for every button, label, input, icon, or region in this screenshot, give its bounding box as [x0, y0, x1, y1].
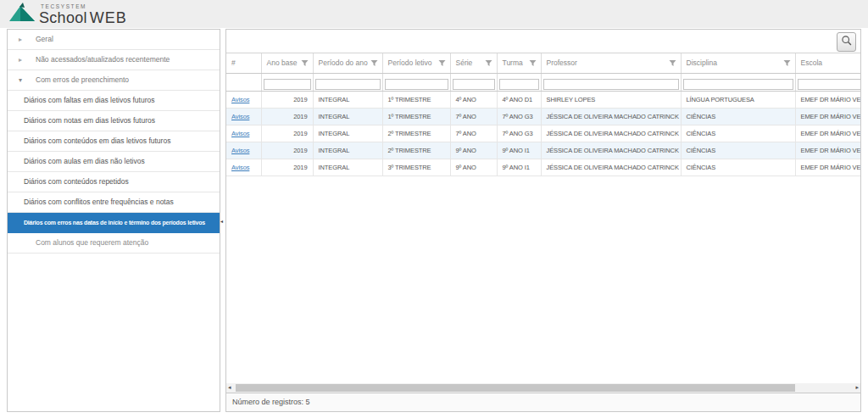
column-header-disciplina[interactable]: Disciplina — [681, 53, 795, 73]
app-logo: Tecsystem SchoolWEB — [8, 3, 127, 25]
column-header-ano-base[interactable]: Ano base — [261, 53, 313, 73]
scrollbar-thumb[interactable] — [236, 384, 795, 392]
column-header-label: Disciplina — [687, 59, 717, 67]
column-header-number[interactable]: # — [226, 53, 261, 73]
cell-serie: 7º ANO — [450, 108, 497, 125]
filter-funnel-icon[interactable] — [438, 59, 446, 69]
filter-funnel-icon[interactable] — [301, 59, 309, 69]
column-header-professor[interactable]: Professor — [541, 53, 681, 73]
cell-ano-base: 2019 — [261, 91, 313, 108]
column-header-periodo-letivo[interactable]: Período letivo — [382, 53, 450, 73]
cell-ano-base: 2019 — [261, 142, 313, 159]
sidebar-group-geral[interactable]: ▸ Geral — [8, 30, 220, 50]
column-header-periodo-do-ano[interactable]: Período do ano — [313, 53, 382, 73]
cell-turma: 7º ANO G3 — [497, 125, 541, 142]
column-header-turma[interactable]: Turma — [497, 53, 541, 73]
logo-product-web: WEB — [90, 9, 127, 26]
filter-funnel-icon[interactable] — [370, 59, 378, 69]
filter-input-turma[interactable] — [499, 79, 539, 90]
top-header-band: Tecsystem SchoolWEB — [0, 0, 868, 28]
column-header-label: Professor — [547, 59, 577, 67]
sidebar-item-conteudos-dias-futuros[interactable]: Diários com conteúdos em dias letivos fu… — [8, 131, 220, 152]
cell-periodo-do-ano: INTEGRAL — [313, 91, 382, 108]
cell-turma: 9º ANO I1 — [497, 159, 541, 176]
sidebar-group-label: Não acessados/atualizados recentemente — [36, 55, 170, 64]
avisos-link[interactable]: Avisos — [231, 147, 249, 154]
table-row: Avisos 2019 INTEGRAL 1º TRIMESTRE 4º ANO… — [226, 91, 860, 108]
records-count: Número de registros: 5 — [226, 393, 860, 411]
column-header-label: Ano base — [267, 59, 298, 67]
filter-funnel-icon[interactable] — [783, 59, 791, 69]
sidebar-group-label: Com erros de preenchimento — [36, 75, 129, 84]
cell-escola: EMEF DR MÁRIO VELLI — [795, 125, 860, 142]
filter-input-escola[interactable] — [798, 79, 861, 90]
sidebar-item-erros-datas-periodos-selected[interactable]: Diários com erros nas datas de início e … — [8, 213, 220, 233]
cell-turma: 9º ANO I1 — [497, 142, 541, 159]
filter-input-serie[interactable] — [453, 79, 495, 90]
scroll-left-icon[interactable]: ◂ — [228, 384, 231, 392]
filter-input-disciplina[interactable] — [683, 79, 793, 90]
filter-input-professor[interactable] — [543, 79, 679, 90]
cell-turma: 7º ANO G3 — [497, 108, 541, 125]
cell-periodo-do-ano: INTEGRAL — [313, 159, 382, 176]
main-panel: # Ano base Período do ano Período letivo… — [225, 29, 861, 412]
filter-input-periodo-letivo[interactable] — [385, 79, 448, 90]
column-header-serie[interactable]: Série — [450, 53, 497, 73]
sidebar-item-notas-dias-futuros[interactable]: Diários com notas em dias letivos futuro… — [8, 111, 220, 131]
cell-professor: JÉSSICA DE OLIVEIRA MACHADO CATRINCK — [541, 142, 681, 159]
grid-toolbar — [226, 30, 860, 53]
cell-disciplina: LÍNGUA PORTUGUESA — [681, 91, 795, 108]
table-row: Avisos 2019 INTEGRAL 2º TRIMESTRE 7º ANO… — [226, 125, 860, 142]
filter-funnel-icon[interactable] — [485, 59, 492, 69]
sidebar-nav: ▸ Geral ▸ Não acessados/atualizados rece… — [7, 29, 220, 412]
chevron-right-icon: ▸ — [19, 50, 22, 70]
splitter-collapse-icon[interactable]: ◂ — [220, 218, 223, 224]
cell-periodo-letivo: 1º TRIMESTRE — [382, 91, 450, 108]
sidebar-item-faltas-dias-futuros[interactable]: Diários com faltas em dias letivos futur… — [8, 91, 220, 111]
sidebar-item-label: Diários com conteúdos em dias letivos fu… — [24, 137, 170, 145]
horizontal-scrollbar[interactable]: ◂ ▸ — [226, 383, 860, 393]
cell-professor: JÉSSICA DE OLIVEIRA MACHADO CATRINCK — [541, 108, 681, 125]
sidebar-item-conflitos-frequencias-notas[interactable]: Diários com conflitos entre frequências … — [8, 192, 220, 213]
avisos-link[interactable]: Avisos — [231, 96, 249, 103]
sidebar-item-aulas-dias-nao-letivos[interactable]: Diários com aulas em dias não letivos — [8, 152, 220, 172]
grid-header-row: # Ano base Período do ano Período letivo… — [226, 53, 860, 73]
cell-escola: EMEF DR MÁRIO VELLI — [795, 91, 860, 108]
scroll-right-icon[interactable]: ▸ — [855, 384, 859, 392]
column-header-label: Período letivo — [388, 59, 432, 67]
filter-cell-number — [226, 73, 261, 91]
filter-funnel-icon[interactable] — [669, 59, 676, 69]
avisos-link[interactable]: Avisos — [231, 164, 249, 171]
logo-product-school: School — [39, 9, 87, 26]
column-header-escola[interactable]: Escola — [795, 53, 860, 73]
cell-ano-base: 2019 — [261, 159, 313, 176]
cell-ano-base: 2019 — [261, 108, 313, 125]
column-header-label: Período do ano — [319, 59, 368, 67]
avisos-link[interactable]: Avisos — [231, 113, 249, 120]
sidebar-item-alunos-requerem-atencao[interactable]: Com alunos que requerem atenção — [8, 233, 220, 254]
filter-funnel-icon[interactable] — [529, 59, 537, 69]
grid-filter-row — [226, 73, 860, 91]
filter-input-ano-base[interactable] — [264, 79, 311, 90]
cell-ano-base: 2019 — [261, 125, 313, 142]
cell-professor: JÉSSICA DE OLIVEIRA MACHADO CATRINCK — [541, 159, 681, 176]
sidebar-item-label: Diários com faltas em dias letivos futur… — [24, 96, 154, 104]
search-icon — [841, 35, 853, 50]
filter-input-periodo-do-ano[interactable] — [315, 79, 381, 90]
sidebar-item-label: Diários com notas em dias letivos futuro… — [24, 116, 155, 125]
avisos-link[interactable]: Avisos — [231, 130, 249, 137]
column-header-label: Turma — [503, 59, 523, 67]
column-header-label: Escola — [801, 59, 823, 67]
sidebar-group-nao-acessados[interactable]: ▸ Não acessados/atualizados recentemente — [8, 50, 220, 70]
cell-periodo-letivo: 3º TRIMESTRE — [382, 159, 450, 176]
sidebar-item-conteudos-repetidos[interactable]: Diários com conteúdos repetidos — [8, 172, 220, 192]
search-button[interactable] — [837, 32, 856, 52]
cell-professor: SHIRLEY LOPES — [541, 91, 681, 108]
sidebar-item-label: Diários com aulas em dias não letivos — [24, 157, 145, 165]
chevron-right-icon: ▸ — [19, 30, 22, 49]
cell-disciplina: CIÊNCIAS — [681, 142, 795, 159]
sidebar-item-label: Diários com conflitos entre frequências … — [24, 198, 174, 206]
column-header-label: # — [231, 59, 236, 67]
sidebar-group-com-erros[interactable]: ▾ Com erros de preenchimento — [8, 70, 220, 91]
cell-serie: 4º ANO — [450, 91, 497, 108]
